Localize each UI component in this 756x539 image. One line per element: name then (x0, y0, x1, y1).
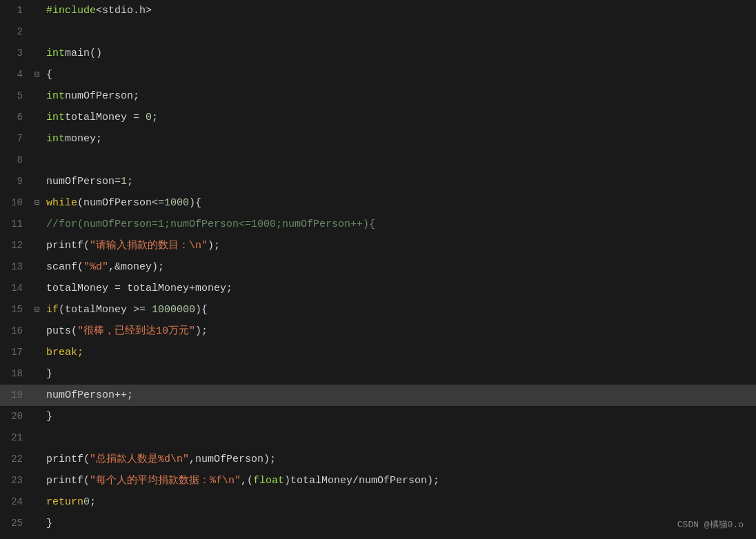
line-content-9: numOfPerson=1; (43, 171, 756, 192)
line-content-25: } (43, 513, 756, 534)
line-num-22: 22 (0, 449, 31, 470)
line-content-20: } (43, 406, 756, 427)
fold-14 (31, 278, 43, 299)
fold-20 (31, 406, 43, 427)
line-content-11: //for(numOfPerson=1;numOfPerson<=1000;nu… (43, 214, 756, 235)
fold-24 (31, 491, 43, 513)
code-line-13: 13 scanf("%d",&money); (0, 256, 756, 278)
line-content-8 (43, 150, 756, 171)
line-content-10: while(numOfPerson<=1000){ (43, 192, 756, 214)
line-content-2 (43, 21, 756, 43)
fold-23 (31, 470, 43, 491)
line-num-2: 2 (0, 21, 31, 43)
fold-7 (31, 128, 43, 150)
line-num-7: 7 (0, 128, 31, 150)
code-line-19: 19 numOfPerson++; (0, 385, 756, 406)
line-num-15: 15 (0, 299, 31, 321)
line-content-12: printf("请输入捐款的数目：\n"); (43, 235, 756, 256)
fold-16 (31, 321, 43, 342)
fold-4: ⊟ (31, 64, 43, 85)
line-num-13: 13 (0, 256, 31, 278)
line-num-20: 20 (0, 406, 31, 427)
fold-3 (31, 43, 43, 64)
line-num-3: 3 (0, 43, 31, 64)
line-content-14: totalMoney = totalMoney+money; (43, 278, 756, 299)
fold-12 (31, 235, 43, 256)
line-content-3: int main() (43, 43, 756, 64)
code-line-12: 12 printf("请输入捐款的数目：\n"); (0, 235, 756, 256)
fold-22 (31, 449, 43, 470)
line-content-22: printf("总捐款人数是%d\n",numOfPerson); (43, 449, 756, 470)
code-editor: 1 #include <stdio.h> 2 3 int main() 4 ⊟ … (0, 0, 756, 539)
line-content-7: int money; (43, 128, 756, 150)
fold-1 (31, 0, 43, 21)
line-num-4: 4 (0, 64, 31, 85)
code-line-17: 17 break; (0, 342, 756, 363)
fold-18 (31, 363, 43, 385)
code-line-7: 7 int money; (0, 128, 756, 150)
fold-6 (31, 107, 43, 128)
fold-2 (31, 21, 43, 43)
code-line-5: 5 int numOfPerson; (0, 85, 756, 107)
line-num-25: 25 (0, 513, 31, 534)
fold-19 (31, 385, 43, 406)
fold-17 (31, 342, 43, 363)
line-num-19: 19 (0, 385, 31, 406)
fold-5 (31, 85, 43, 107)
line-content-21 (43, 427, 756, 449)
line-num-16: 16 (0, 321, 31, 342)
line-content-5: int numOfPerson; (43, 85, 756, 107)
fold-10: ⊟ (31, 192, 43, 214)
line-content-17: break; (43, 342, 756, 363)
code-line-10: 10 ⊟ while(numOfPerson<=1000){ (0, 192, 756, 214)
code-line-14: 14 totalMoney = totalMoney+money; (0, 278, 756, 299)
code-line-3: 3 int main() (0, 43, 756, 64)
code-line-15: 15 ⊟ if(totalMoney >= 1000000){ (0, 299, 756, 321)
line-content-24: return 0; (43, 491, 756, 513)
line-content-16: puts("很棒，已经到达10万元"); (43, 321, 756, 342)
fold-11 (31, 214, 43, 235)
line-content-15: if(totalMoney >= 1000000){ (43, 299, 756, 321)
line-num-11: 11 (0, 214, 31, 235)
code-line-2: 2 (0, 21, 756, 43)
line-num-18: 18 (0, 363, 31, 385)
fold-13 (31, 256, 43, 278)
line-num-21: 21 (0, 427, 31, 449)
watermark: CSDN @橘猫0.o (677, 518, 744, 531)
code-line-6: 6 int totalMoney = 0; (0, 107, 756, 128)
code-line-22: 22 printf("总捐款人数是%d\n",numOfPerson); (0, 449, 756, 470)
code-line-24: 24 return 0; (0, 491, 756, 513)
line-content-23: printf("每个人的平均捐款数据：%f\n",(float)totalMon… (43, 470, 756, 491)
code-line-23: 23 printf("每个人的平均捐款数据：%f\n",(float)total… (0, 470, 756, 491)
line-num-12: 12 (0, 235, 31, 256)
line-num-24: 24 (0, 491, 31, 513)
line-content-13: scanf("%d",&money); (43, 256, 756, 278)
fold-8 (31, 150, 43, 171)
line-content-6: int totalMoney = 0; (43, 107, 756, 128)
code-line-8: 8 (0, 150, 756, 171)
line-content-1: #include <stdio.h> (43, 0, 756, 21)
line-num-8: 8 (0, 150, 31, 171)
line-num-23: 23 (0, 470, 31, 491)
line-content-18: } (43, 363, 756, 385)
code-line-20: 20 } (0, 406, 756, 427)
fold-25 (31, 513, 43, 534)
fold-9 (31, 171, 43, 192)
code-line-21: 21 (0, 427, 756, 449)
line-content-19: numOfPerson++; (43, 385, 756, 406)
code-line-25: 25 } (0, 513, 756, 534)
line-num-10: 10 (0, 192, 31, 214)
line-num-14: 14 (0, 278, 31, 299)
line-num-17: 17 (0, 342, 31, 363)
code-line-11: 11 //for(numOfPerson=1;numOfPerson<=1000… (0, 214, 756, 235)
line-num-1: 1 (0, 0, 31, 21)
line-num-6: 6 (0, 107, 31, 128)
code-line-9: 9 numOfPerson=1; (0, 171, 756, 192)
code-line-16: 16 puts("很棒，已经到达10万元"); (0, 321, 756, 342)
fold-15: ⊟ (31, 299, 43, 321)
fold-21 (31, 427, 43, 449)
code-line-18: 18 } (0, 363, 756, 385)
line-num-9: 9 (0, 171, 31, 192)
code-line-1: 1 #include <stdio.h> (0, 0, 756, 21)
code-line-4: 4 ⊟ { (0, 64, 756, 85)
